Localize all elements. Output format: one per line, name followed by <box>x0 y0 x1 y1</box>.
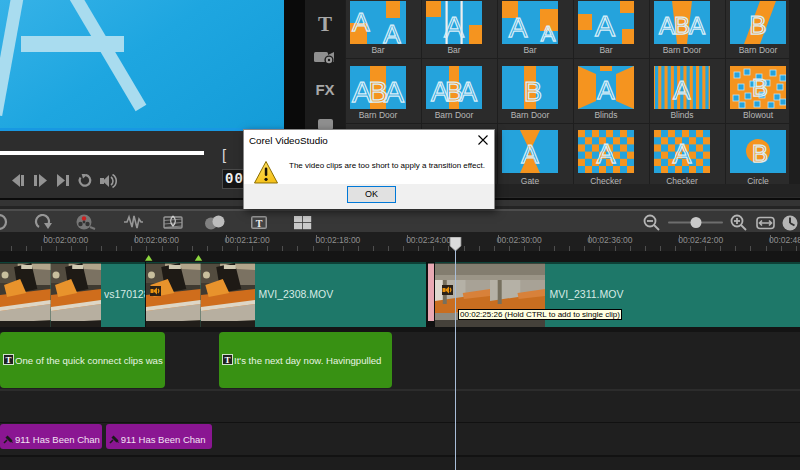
svg-text:T: T <box>224 355 230 365</box>
svg-text:B: B <box>752 140 768 167</box>
svg-text:A: A <box>444 10 464 43</box>
svg-text:A: A <box>689 12 705 39</box>
svg-text:A: A <box>384 75 404 108</box>
svg-text:B: B <box>749 10 766 40</box>
svg-text:A: A <box>521 139 539 169</box>
svg-text:B: B <box>524 77 542 107</box>
svg-text:A: A <box>659 12 675 39</box>
svg-text:A: A <box>383 19 401 44</box>
svg-text:T: T <box>256 217 263 228</box>
svg-text:A: A <box>597 138 616 169</box>
svg-text:A: A <box>597 75 615 105</box>
svg-text:B: B <box>752 74 768 101</box>
svg-text:T: T <box>5 355 11 365</box>
svg-text:A: A <box>673 138 692 169</box>
svg-text:A: A <box>509 12 528 43</box>
svg-text:A: A <box>541 21 556 44</box>
svg-text:A: A <box>595 9 615 42</box>
svg-text:B: B <box>674 12 690 39</box>
svg-text:A: A <box>673 75 691 105</box>
svg-text:A: A <box>459 77 477 107</box>
svg-text:A: A <box>352 7 370 37</box>
